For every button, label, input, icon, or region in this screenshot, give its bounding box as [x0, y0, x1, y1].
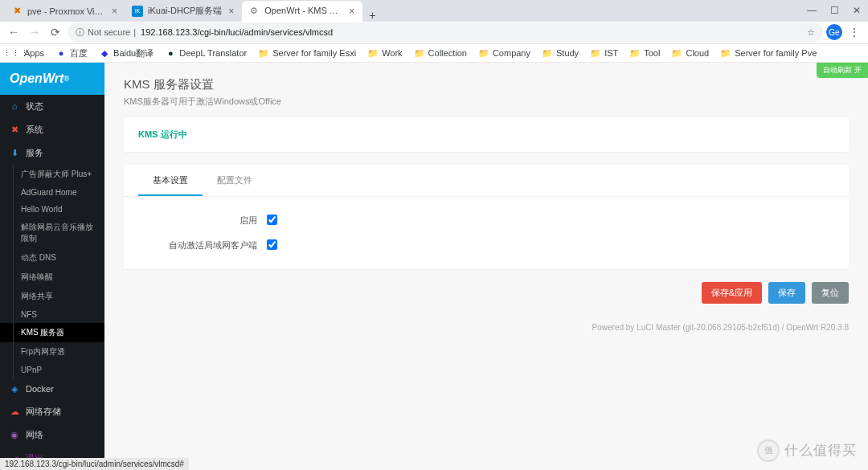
bookmark-folder[interactable]: 📁Collection	[409, 46, 472, 60]
close-icon[interactable]: ×	[227, 6, 235, 17]
browser-tab[interactable]: iK iKuai-DHCP服务端 ×	[125, 1, 242, 22]
tab-favicon: ⚙	[248, 6, 260, 17]
nav-sub-item[interactable]: 解除网易云音乐播放限制	[0, 218, 104, 248]
bookmark-folder[interactable]: 📁Server for family Pve	[715, 46, 821, 60]
docker-icon: ◈	[10, 384, 19, 394]
watermark-text: 什么值得买	[784, 441, 857, 460]
bookmark-folder[interactable]: 📁Server for family Esxi	[253, 46, 361, 60]
browser-tab[interactable]: ✖ pve - Proxmox Virtual Environme ×	[5, 1, 125, 22]
download-icon: ⬇	[10, 148, 19, 158]
settings-tabs: 基本设置 配置文件	[124, 165, 849, 197]
form-row-auto-activate: 自动激活局域网客户端	[138, 233, 834, 258]
reload-button[interactable]: ⟳	[47, 23, 64, 41]
nav-sub-item[interactable]: UPnP	[0, 362, 104, 378]
watermark: 值 什么值得买	[757, 439, 857, 462]
page-title: KMS 服务器设置	[124, 77, 849, 92]
nav-sub-item[interactable]: 动态 DNS	[0, 248, 104, 268]
nav-sub-item[interactable]: 网络共享	[0, 287, 104, 306]
tab-config[interactable]: 配置文件	[203, 165, 267, 196]
tab-title: OpenWrt - KMS 服务器 - LuCI	[264, 5, 342, 17]
folder-icon: 📁	[414, 47, 425, 59]
folder-icon: 📁	[671, 47, 682, 59]
bookmark-item[interactable]: ◆Baidu翻译	[94, 46, 158, 61]
nav-sub-item[interactable]: 广告屏蔽大师 Plus+	[0, 165, 104, 184]
nav-sub-item[interactable]: Frp内网穿透	[0, 342, 104, 362]
tab-basic[interactable]: 基本设置	[138, 165, 203, 196]
nav-services[interactable]: ⬇服务	[0, 141, 104, 165]
nav-sub-item[interactable]: NFS	[0, 306, 104, 323]
bookmark-folder[interactable]: 📁Cloud	[666, 46, 714, 60]
menu-button[interactable]: ⋮	[845, 23, 863, 41]
auto-refresh-toggle[interactable]: 自动刷新 开	[817, 63, 868, 78]
save-apply-button[interactable]: 保存&应用	[702, 282, 762, 304]
bookmark-star-icon[interactable]: ☆	[807, 27, 815, 38]
folder-icon: 📁	[629, 47, 641, 59]
folder-icon: 📁	[720, 47, 731, 59]
nav-sub-item[interactable]: AdGuard Home	[0, 184, 104, 201]
site-icon: ●	[165, 47, 176, 59]
folder-icon: 📁	[542, 47, 553, 59]
nav-docker[interactable]: ◈Docker	[0, 378, 104, 400]
site-icon: ●	[55, 47, 67, 59]
close-icon[interactable]: ×	[347, 6, 356, 17]
save-button[interactable]: 保存	[768, 282, 805, 304]
profile-avatar[interactable]: Ge	[826, 24, 842, 40]
nav-nas[interactable]: ☁网络存储	[0, 400, 104, 423]
label-auto-activate: 自动激活局域网客户端	[138, 239, 267, 251]
nav-sub-item-active[interactable]: KMS 服务器	[0, 323, 104, 342]
bookmark-folder[interactable]: 📁Work	[362, 46, 407, 60]
page-description: KMS服务器可用于激活Windows或Office	[124, 96, 849, 108]
form-row-enable: 启用	[138, 208, 834, 233]
minimize-button[interactable]: —	[800, 0, 823, 21]
watermark-badge: 值	[757, 439, 780, 462]
bookmarks-bar: ⋮⋮⋮ Apps ●百度 ◆Baidu翻译 ●DeepL Translator …	[0, 44, 868, 63]
url-input[interactable]: ⓘ Not secure | 192.168.123.3/cgi-bin/luc…	[68, 22, 823, 42]
footer-credits: Powered by LuCI Master (git-20.068.29105…	[124, 323, 849, 332]
tab-title: pve - Proxmox Virtual Environme	[27, 6, 105, 16]
nav-system[interactable]: ✖系统	[0, 118, 104, 141]
main-content: 自动刷新 开 KMS 服务器设置 KMS服务器可用于激活Windows或Offi…	[104, 63, 868, 470]
status-panel: KMS 运行中	[124, 117, 849, 152]
settings-panel: 基本设置 配置文件 启用 自动激活局域网客户端	[124, 165, 849, 269]
reset-button[interactable]: 复位	[812, 282, 849, 304]
apps-icon: ⋮⋮⋮	[10, 47, 21, 59]
dashboard-icon: ⌂	[10, 101, 19, 111]
bookmark-folder[interactable]: 📁Company	[473, 46, 535, 60]
address-bar: ← → ⟳ ⓘ Not secure | 192.168.123.3/cgi-b…	[0, 22, 868, 45]
gear-icon: ✖	[10, 125, 19, 135]
tab-favicon: iK	[132, 6, 143, 17]
sidebar: OpenWrt® ⌂状态 ✖系统 ⬇服务 广告屏蔽大师 Plus+ AdGuar…	[0, 63, 104, 470]
url-text: 192.168.123.3/cgi-bin/luci/admin/service…	[141, 27, 333, 37]
browser-status-bar: 192.168.123.3/cgi-bin/luci/admin/service…	[0, 458, 189, 470]
folder-icon: 📁	[478, 47, 489, 59]
nav-status[interactable]: ⌂状态	[0, 95, 104, 118]
bookmark-item[interactable]: ●百度	[51, 46, 92, 61]
checkbox-auto-activate[interactable]	[267, 239, 277, 250]
nav-sub-item[interactable]: Hello World	[0, 201, 104, 218]
bookmark-item[interactable]: ●DeepL Translator	[160, 46, 252, 60]
back-button[interactable]: ←	[5, 23, 23, 41]
maximize-button[interactable]: ☐	[823, 0, 845, 21]
new-tab-button[interactable]: +	[362, 9, 382, 22]
storage-icon: ☁	[10, 407, 19, 417]
action-buttons: 保存&应用 保存 复位	[124, 282, 849, 304]
checkbox-enable[interactable]	[267, 215, 277, 225]
info-icon: ⓘ	[76, 27, 84, 39]
nav-network[interactable]: ◉网络	[0, 423, 104, 447]
close-icon[interactable]: ×	[110, 6, 119, 17]
browser-tab-bar: ✖ pve - Proxmox Virtual Environme × iK i…	[0, 0, 868, 22]
bookmark-folder[interactable]: 📁Study	[537, 46, 583, 60]
security-indicator[interactable]: ⓘ Not secure |	[76, 27, 136, 39]
logo[interactable]: OpenWrt®	[0, 63, 104, 95]
nav-sub-item[interactable]: 网络唤醒	[0, 268, 104, 287]
bookmark-folder[interactable]: 📁Tool	[624, 46, 665, 60]
forward-button[interactable]: →	[26, 23, 43, 41]
close-window-button[interactable]: ✕	[845, 0, 868, 21]
globe-icon: ◉	[10, 430, 19, 440]
apps-button[interactable]: ⋮⋮⋮ Apps	[5, 46, 49, 60]
folder-icon: 📁	[590, 47, 601, 59]
bookmark-folder[interactable]: 📁IST	[585, 46, 623, 60]
folder-icon: 📁	[367, 47, 379, 59]
browser-tab-active[interactable]: ⚙ OpenWrt - KMS 服务器 - LuCI ×	[242, 1, 362, 22]
tab-title: iKuai-DHCP服务端	[148, 5, 222, 17]
